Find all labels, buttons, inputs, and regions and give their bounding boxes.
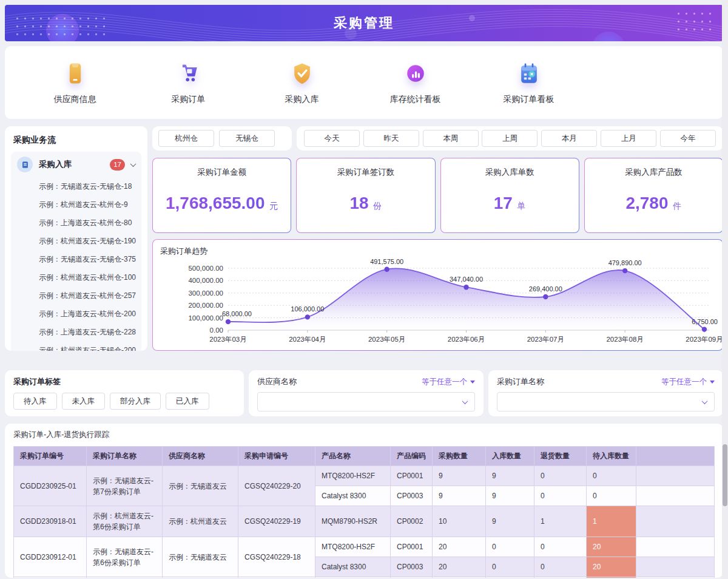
- period-button[interactable]: 上周: [482, 130, 538, 147]
- svg-text:2023年09月: 2023年09月: [686, 336, 723, 343]
- table-cell: Catalyst 8300: [315, 557, 391, 577]
- table-cell: CGDD230912-01: [14, 537, 87, 577]
- table-cell: 示例：无锡道友云-第7份采购订单: [87, 466, 163, 506]
- period-button[interactable]: 今年: [660, 130, 716, 147]
- quick-nav-item[interactable]: 供应商信息: [18, 60, 132, 105]
- table-cell: CP0001: [391, 466, 433, 486]
- sidebar-item[interactable]: 示例：上海道友云-无锡仓-228: [11, 323, 138, 341]
- table-cell: 0: [534, 466, 587, 486]
- order-tag-button[interactable]: 已入库: [166, 393, 209, 410]
- order-tag-filter-card: 采购订单标签 待入库未入库部分入库已入库: [5, 370, 244, 416]
- purchase-trend-chart-card: 采购订单趋势 0.00100,000.00200,000.00300,000.0…: [152, 239, 723, 351]
- period-button[interactable]: 本周: [423, 130, 479, 147]
- table-cell: 9: [433, 486, 486, 506]
- svg-text:479,890.00: 479,890.00: [608, 259, 642, 266]
- quick-nav-item[interactable]: 采购入库: [245, 60, 359, 105]
- quick-nav-label: 采购订单看板: [504, 94, 554, 105]
- kpi-value: 2,780 件: [585, 194, 723, 213]
- warehouse-filter-card: 杭州仓无锡仓: [152, 126, 292, 151]
- period-filter-card: 今天昨天本周上周本月上月今年: [297, 126, 723, 151]
- chevron-down-icon: [462, 398, 468, 404]
- page-scrollbar[interactable]: [722, 0, 728, 579]
- quick-nav-label: 库存统计看板: [390, 94, 441, 105]
- warehouse-button[interactable]: 杭州仓: [158, 130, 214, 147]
- table-column-header: [636, 447, 715, 466]
- table-cell: CP0002: [391, 506, 433, 537]
- kpi-card: 采购订单金额1,768,655.00 元: [152, 158, 291, 233]
- sidebar-item[interactable]: 示例：上海道友云-杭州仓-200: [11, 305, 138, 323]
- svg-text:2023年05月: 2023年05月: [368, 336, 405, 343]
- table-column-header: 采购申请编号: [238, 447, 315, 466]
- sidebar-item-list: 示例：无锡道友云-无锡仓-18示例：杭州道友云-杭州仓-9示例：上海道友云-杭州…: [11, 177, 141, 351]
- filter-value-select[interactable]: [497, 392, 715, 411]
- kpi-label: 采购订单签订数: [297, 167, 434, 178]
- pending-qty-cell: 10: [587, 577, 636, 578]
- quick-nav-item[interactable]: 采购订单看板: [472, 60, 585, 105]
- table-cell: CGSQ240229-20: [238, 466, 315, 506]
- kpi-value: 1,768,655.00 元: [153, 194, 291, 213]
- svg-text:500,000.00: 500,000.00: [188, 265, 223, 272]
- svg-text:491,575.00: 491,575.00: [370, 258, 403, 265]
- dropdown-filter-label: 采购订单名称: [497, 376, 544, 387]
- table-cell: 示例：上海道友云: [163, 577, 238, 578]
- sidebar-item[interactable]: 示例：上海道友云-杭州仓-80: [11, 214, 138, 232]
- kpi-unit: 份: [373, 201, 382, 211]
- table-cell-empty: [636, 557, 715, 577]
- quick-nav-item[interactable]: 采购订单: [132, 60, 245, 105]
- quick-nav-item[interactable]: 库存统计看板: [359, 60, 472, 105]
- sidebar-item[interactable]: 示例：无锡道友云-无锡仓-18: [11, 177, 138, 195]
- dropdown-filter-card: 采购订单名称等于任意一个: [488, 370, 723, 416]
- table-row[interactable]: CGDD230827-17示例：上海道友云-第7份采购订单示例：上海道友云CGS…: [14, 577, 715, 578]
- sidebar-item[interactable]: 示例：杭州道友云-无锡仓-200: [11, 341, 138, 351]
- sidebar-title: 采购业务流: [11, 134, 141, 152]
- page-scrollbar-thumb[interactable]: [723, 444, 727, 506]
- table-row[interactable]: CGDD230918-01示例：杭州道友云-第6份采购订单示例：杭州道友云CGS…: [14, 506, 715, 537]
- warehouse-button[interactable]: 无锡仓: [219, 130, 275, 147]
- table-row[interactable]: CGDD230925-01示例：无锡道友云-第7份采购订单示例：无锡道友云CGS…: [14, 466, 715, 486]
- sidebar-section-label: 采购入库: [39, 159, 110, 170]
- chart-title: 采购订单趋势: [160, 246, 721, 257]
- sidebar-item[interactable]: 示例：无锡道友云-无锡仓-375: [11, 250, 138, 268]
- table-cell-empty: [636, 577, 715, 578]
- period-button[interactable]: 本月: [541, 130, 597, 147]
- table-cell: CP0001: [391, 537, 433, 557]
- kpi-card: 采购订单签订数18 份: [296, 158, 435, 233]
- table-row[interactable]: CGDD230912-01示例：无锡道友云-第6份采购订单示例：无锡道友云CGS…: [14, 537, 715, 557]
- period-button[interactable]: 今天: [304, 130, 360, 147]
- table-cell: 0: [534, 486, 587, 506]
- table-cell: 0: [534, 537, 587, 557]
- period-button[interactable]: 昨天: [363, 130, 419, 147]
- table-cell: 40: [486, 577, 534, 578]
- table-cell: CP0005: [391, 577, 433, 578]
- table-cell-empty: [636, 506, 715, 537]
- sidebar-section-header[interactable]: 采购入库17: [11, 152, 141, 177]
- sidebar-item[interactable]: 示例：杭州道友云-杭州仓-257: [11, 286, 138, 305]
- filter-condition-selector[interactable]: 等于任意一个: [422, 377, 475, 387]
- table-cell: MQM8790-HS2R: [315, 506, 391, 537]
- filter-value-select[interactable]: [257, 392, 475, 411]
- period-button[interactable]: 上月: [601, 130, 656, 147]
- sidebar-section: 采购入库17示例：无锡道友云-无锡仓-18示例：杭州道友云-杭州仓-9示例：上海…: [11, 152, 141, 351]
- table-column-header: 退货数量: [534, 447, 587, 466]
- chevron-down-icon[interactable]: [130, 161, 136, 167]
- order-tag-button[interactable]: 未入库: [62, 393, 106, 410]
- svg-text:300,000.00: 300,000.00: [188, 290, 223, 297]
- table-cell: MTQ8200-HS2F: [315, 537, 391, 557]
- table-cell: 示例：杭州道友云-第6份采购订单: [87, 506, 163, 537]
- kpi-value: 17 单: [441, 194, 579, 213]
- kpi-card: 采购入库产品数2,780 件: [584, 158, 723, 233]
- table-cell: 0: [486, 537, 534, 557]
- table-cell: CGSQ240229-19: [238, 506, 315, 537]
- svg-text:2023年07月: 2023年07月: [527, 336, 564, 343]
- sidebar-item[interactable]: 示例：杭州道友云-杭州仓-100: [11, 268, 138, 286]
- order-tag-button[interactable]: 部分入库: [110, 393, 161, 410]
- page: 采购管理 供应商信息采购订单采购入库库存统计看板采购订单看板 采购业务流 采购入…: [0, 0, 728, 579]
- order-tag-button[interactable]: 待入库: [13, 393, 57, 410]
- table-column-header: 采购订单编号: [14, 447, 87, 466]
- sidebar-item[interactable]: 示例：杭州道友云-无锡仓-190: [11, 232, 138, 250]
- quick-nav-bar: 供应商信息采购订单采购入库库存统计看板采购订单看板: [5, 46, 723, 119]
- filter-condition-selector[interactable]: 等于任意一个: [661, 377, 715, 387]
- page-title: 采购管理: [5, 14, 723, 32]
- sidebar-item[interactable]: 示例：杭州道友云-杭州仓-9: [11, 195, 138, 214]
- table-column-header: 待入库数量: [587, 447, 636, 466]
